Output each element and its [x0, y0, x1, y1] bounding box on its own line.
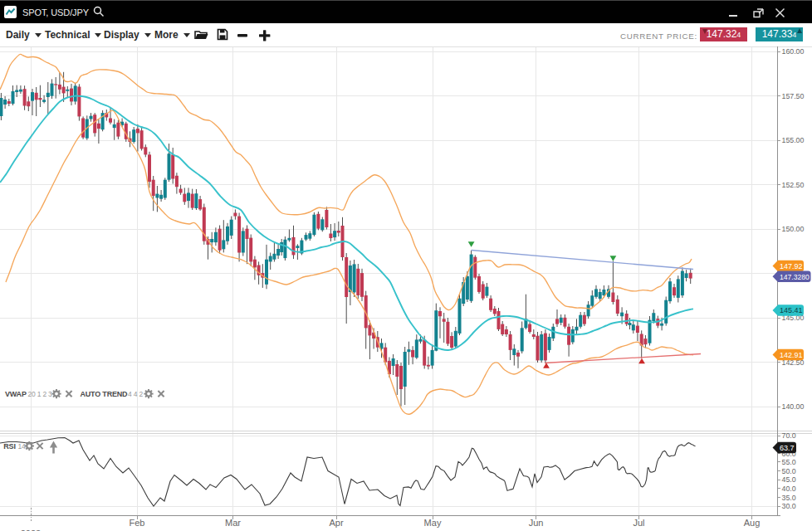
svg-text:45.0: 45.0 [782, 475, 796, 484]
svg-text:Aug: Aug [744, 518, 761, 528]
svg-text:35.0: 35.0 [782, 494, 796, 502]
svg-text:14: 14 [18, 442, 27, 451]
svg-text:30.0: 30.0 [782, 502, 796, 510]
svg-text:63.7: 63.7 [780, 444, 795, 452]
svg-text:152.50: 152.50 [782, 181, 805, 189]
svg-text:157.50: 157.50 [782, 92, 805, 100]
svg-text:147.3280: 147.3280 [780, 273, 810, 281]
svg-text:Mar: Mar [225, 518, 241, 528]
svg-text:VWAP: VWAP [5, 390, 27, 398]
svg-text:150.00: 150.00 [782, 225, 805, 233]
svg-text:Apr: Apr [329, 518, 343, 528]
svg-text:4 4 2: 4 4 2 [128, 390, 143, 398]
svg-text:AUTO TREND: AUTO TREND [81, 390, 129, 398]
svg-text:147.92: 147.92 [780, 262, 803, 270]
svg-text:155.00: 155.00 [782, 136, 805, 144]
svg-text:Jun: Jun [529, 518, 544, 528]
svg-text:40.0: 40.0 [782, 485, 796, 493]
svg-text:70.0: 70.0 [782, 431, 796, 440]
svg-text:160.00: 160.00 [782, 47, 805, 56]
svg-text:Feb: Feb [130, 518, 145, 528]
svg-text:145.41: 145.41 [780, 306, 803, 314]
svg-text:55.0: 55.0 [782, 458, 796, 466]
svg-text:Jul: Jul [633, 518, 644, 528]
svg-text:140.00: 140.00 [782, 402, 805, 411]
svg-text:142.91: 142.91 [780, 351, 803, 359]
svg-text:20 1 2 3: 20 1 2 3 [28, 390, 53, 398]
svg-text:May: May [424, 518, 442, 528]
svg-text:50.0: 50.0 [782, 467, 796, 475]
svg-text:RSI: RSI [3, 442, 15, 451]
